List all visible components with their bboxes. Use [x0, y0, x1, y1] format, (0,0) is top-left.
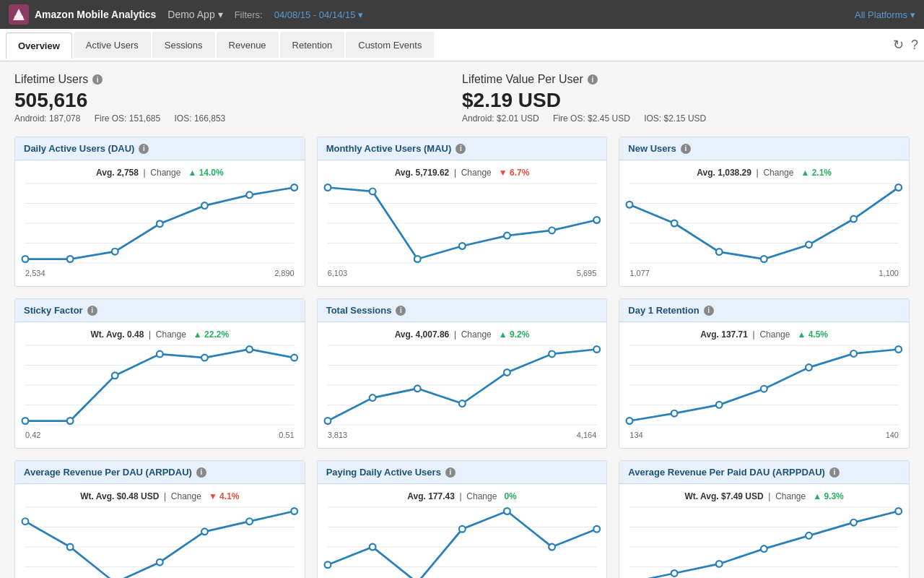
card-title-7: Paying Daily Active Users	[326, 467, 441, 478]
card-footer-1: 6,103 5,695	[328, 266, 597, 282]
card-info-icon-7[interactable]: i	[445, 467, 456, 478]
card-footer-3: 0.42 0.51	[25, 428, 295, 444]
card-info-icon-2[interactable]: i	[681, 144, 691, 154]
tab-sessions[interactable]: Sessions	[152, 32, 215, 58]
svg-point-69	[671, 410, 678, 417]
card-footer-0: 2,534 2,890	[25, 266, 295, 282]
chart-container-5	[629, 345, 899, 425]
card-body-4: Avg. 4,007.86 | Change ▲ 9.2% 3,813 4,16…	[318, 322, 607, 448]
card-header-7: Paying Daily Active Users i	[318, 461, 607, 484]
date-range-button[interactable]: 04/08/15 - 04/14/15 ▾	[274, 9, 364, 20]
card-title-2: New Users	[628, 143, 676, 154]
app-selector-button[interactable]: Demo App ▾	[167, 9, 222, 20]
card-change-value-7: 0%	[504, 491, 516, 501]
svg-point-108	[806, 532, 812, 539]
svg-point-22	[414, 256, 420, 262]
card-info-icon-4[interactable]: i	[396, 306, 406, 316]
svg-point-58	[414, 385, 420, 392]
platforms-button[interactable]: All Platforms ▾	[855, 9, 915, 20]
app-logo: Amazon Mobile Analytics	[9, 4, 156, 25]
tab-custom-events[interactable]: Custom Events	[346, 32, 434, 58]
chart-container-3	[25, 345, 295, 425]
svg-point-21	[369, 189, 375, 195]
card-stats-0: Avg. 2,758 | Change ▲ 14.0%	[25, 168, 295, 178]
lifetime-value-title: Lifetime Value Per User i	[462, 73, 910, 86]
card-body-0: Avg. 2,758 | Change ▲ 14.0% 2,534 2,890	[15, 160, 305, 286]
metric-card-5: Day 1 Retention i Avg. 137.71 | Change ▲…	[619, 298, 910, 449]
svg-point-92	[324, 561, 331, 568]
lifetime-value-info-icon[interactable]: i	[588, 74, 598, 85]
card-avg-4: Avg. 4,007.86	[395, 329, 450, 340]
logo-text: Amazon Mobile Analytics	[35, 9, 156, 20]
card-change-value-2: ▲ 2.1%	[801, 168, 832, 178]
card-body-8: Wt. Avg. $7.49 USD | Change ▲ 9.3%	[619, 484, 909, 578]
svg-point-80	[22, 518, 29, 525]
card-stats-6: Wt. Avg. $0.48 USD | Change ▼ 4.1%	[25, 491, 295, 501]
card-change-label-4: Change	[461, 329, 492, 340]
svg-point-11	[157, 220, 163, 227]
card-info-icon-3[interactable]: i	[87, 306, 97, 316]
card-avg-3: Wt. Avg. 0.48	[91, 329, 144, 340]
card-title-8: Average Revenue Per Paid DAU (ARPPDAU)	[628, 467, 825, 478]
card-body-3: Wt. Avg. 0.48 | Change ▲ 22.2% 0.42 0.51	[15, 322, 305, 448]
svg-point-32	[627, 202, 633, 208]
card-header-0: Daily Active Users (DAU) i	[15, 137, 305, 160]
card-stats-5: Avg. 137.71 | Change ▲ 4.5%	[629, 329, 899, 340]
svg-point-12	[201, 202, 208, 209]
card-change-label-8: Change	[775, 491, 806, 501]
card-right-val-2: 1,100	[879, 269, 899, 277]
card-left-val-0: 2,534	[25, 269, 45, 277]
logo-icon	[9, 4, 29, 25]
card-change-value-5: ▲ 4.5%	[797, 329, 828, 340]
card-info-icon-8[interactable]: i	[829, 467, 840, 478]
svg-point-10	[112, 249, 118, 255]
svg-point-23	[459, 243, 466, 249]
refresh-button[interactable]: ↻	[893, 37, 904, 53]
tab-retention[interactable]: Retention	[280, 32, 345, 58]
card-info-icon-6[interactable]: i	[196, 467, 206, 478]
svg-point-49	[246, 346, 253, 353]
lifetime-users-info-icon[interactable]: i	[92, 74, 103, 85]
lifetime-users-sub: Android: 187,078 Fire OS: 151,685 IOS: 1…	[14, 113, 462, 124]
tab-active-users[interactable]: Active Users	[74, 32, 151, 58]
svg-point-33	[671, 220, 678, 227]
card-change-value-1: ▼ 6.7%	[499, 168, 530, 178]
card-info-icon-1[interactable]: i	[456, 144, 466, 154]
chart-container-0	[25, 184, 295, 263]
tab-overview[interactable]: Overview	[6, 33, 72, 59]
svg-point-37	[850, 216, 857, 223]
card-avg-6: Wt. Avg. $0.48 USD	[80, 491, 159, 501]
card-change-label-2: Change	[763, 168, 793, 178]
chart-svg-5	[629, 345, 899, 425]
card-footer-4: 3,813 4,164	[328, 428, 597, 444]
card-left-val-2: 1,077	[629, 269, 650, 277]
svg-point-95	[459, 526, 466, 532]
card-right-val-0: 2,890	[274, 269, 295, 277]
card-change-value-6: ▼ 4.1%	[209, 491, 240, 501]
chart-container-1	[328, 184, 597, 263]
main-content: Lifetime Users i 505,616 Android: 187,07…	[0, 61, 924, 578]
metric-card-6: Average Revenue Per DAU (ARPDAU) i Wt. A…	[14, 460, 305, 578]
svg-point-36	[806, 241, 812, 248]
svg-point-107	[761, 545, 767, 552]
metric-card-4: Total Sessions i Avg. 4,007.86 | Change …	[317, 298, 608, 449]
svg-point-60	[504, 369, 510, 376]
metric-card-2: New Users i Avg. 1,038.29 | Change ▲ 2.1…	[619, 137, 910, 287]
chart-svg-3	[25, 345, 295, 425]
card-left-val-4: 3,813	[328, 431, 348, 439]
help-button[interactable]: ?	[911, 38, 918, 53]
card-change-value-8: ▲ 9.3%	[813, 491, 844, 501]
tab-revenue[interactable]: Revenue	[217, 32, 279, 58]
svg-point-86	[291, 508, 297, 514]
card-stats-3: Wt. Avg. 0.48 | Change ▲ 22.2%	[25, 329, 295, 340]
card-info-icon-0[interactable]: i	[139, 144, 149, 154]
card-info-icon-5[interactable]: i	[704, 306, 714, 316]
svg-point-9	[67, 256, 74, 262]
metric-card-8: Average Revenue Per Paid DAU (ARPPDAU) i…	[619, 460, 910, 578]
card-title-3: Sticky Factor	[24, 305, 83, 316]
svg-point-8	[22, 256, 29, 262]
svg-point-83	[157, 559, 163, 566]
card-stats-2: Avg. 1,038.29 | Change ▲ 2.1%	[629, 168, 899, 178]
tab-bar: Overview Active Users Sessions Revenue R…	[0, 29, 924, 61]
card-change-value-0: ▲ 14.0%	[188, 168, 223, 178]
